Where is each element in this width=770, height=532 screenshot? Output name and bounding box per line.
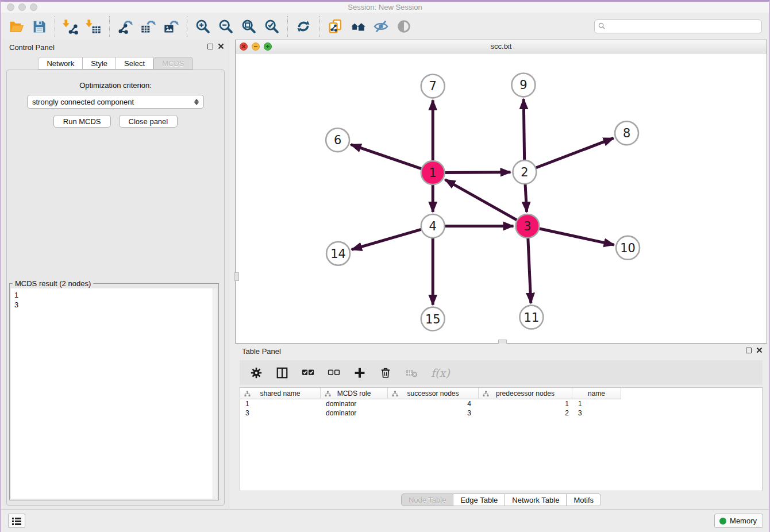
mcds-result-line: 3 xyxy=(14,300,214,310)
column-header-MCDS-role[interactable]: MCDS role xyxy=(321,388,388,399)
graph-node-15[interactable]: 15 xyxy=(421,307,445,331)
window-titlebar: Session: New Session xyxy=(1,2,769,13)
home-icon[interactable] xyxy=(346,15,369,38)
search-input[interactable] xyxy=(606,21,761,32)
table-tabs: Node TableEdge TableNetwork TableMotifs xyxy=(235,494,767,506)
control-panel: Control Panel NetworkStyleSelectMCDS Opt… xyxy=(2,40,229,509)
cell-successor_nodes: 4 xyxy=(388,399,479,408)
close-panel-button[interactable]: Close panel xyxy=(119,115,178,128)
toolbar-separator xyxy=(187,16,187,37)
table-body: 1dominator4113dominator323 xyxy=(240,399,762,418)
network-graph: 7 9 6 8 1 2 4 3 14 10 15 11 xyxy=(236,53,767,343)
graph-edge-4-14[interactable] xyxy=(352,229,422,249)
tab-node-table[interactable]: Node Table xyxy=(401,494,454,506)
zoom-in-icon[interactable] xyxy=(191,15,214,38)
deselect-all-icon[interactable] xyxy=(328,366,340,380)
svg-text:7: 7 xyxy=(429,79,437,93)
zoom-fit-icon[interactable] xyxy=(237,15,260,38)
mcds-panel: Optimization criterion: strongly connect… xyxy=(6,70,225,506)
graph-node-4[interactable]: 4 xyxy=(421,214,445,238)
tab-network-table[interactable]: Network Table xyxy=(505,494,567,506)
network-window-titlebar: scc.txt xyxy=(236,40,767,53)
table-panel-title: Table Panel xyxy=(242,347,281,356)
close-panel-icon[interactable] xyxy=(218,43,224,49)
graph-node-11[interactable]: 11 xyxy=(519,306,543,329)
tab-motifs[interactable]: Motifs xyxy=(567,494,601,506)
column-header-predecessor-nodes[interactable]: predecessor nodes xyxy=(479,388,572,399)
run-mcds-button[interactable]: Run MCDS xyxy=(53,115,111,128)
tab-select[interactable]: Select xyxy=(116,57,153,70)
import-network-icon[interactable] xyxy=(59,15,82,38)
graph-node-9[interactable]: 9 xyxy=(511,73,535,97)
zoom-selected-icon[interactable] xyxy=(260,15,283,38)
export-network-icon[interactable] xyxy=(114,15,137,38)
graph-node-7[interactable]: 7 xyxy=(421,74,445,98)
toolbar-separator xyxy=(287,16,288,37)
optimization-select-value: strongly connected component xyxy=(32,98,134,106)
tab-network[interactable]: Network xyxy=(38,57,83,70)
float-panel-icon[interactable] xyxy=(207,44,213,49)
svg-text:3: 3 xyxy=(523,219,531,233)
svg-text:6: 6 xyxy=(334,133,341,147)
delete-icon[interactable] xyxy=(379,366,392,380)
column-header-successor-nodes[interactable]: successor nodes xyxy=(388,388,479,399)
toolbar-separator xyxy=(109,16,110,37)
graph-node-14[interactable]: 14 xyxy=(326,242,350,265)
control-panel-title: Control Panel xyxy=(9,43,55,52)
control-panel-tabs: NetworkStyleSelectMCDS xyxy=(2,57,229,70)
tab-edge-table[interactable]: Edge Table xyxy=(453,494,505,506)
graph-edge-3-11[interactable] xyxy=(528,238,531,303)
network-canvas[interactable]: 7 9 6 8 1 2 4 3 14 10 15 11 xyxy=(236,53,767,343)
graph-edge-2-9[interactable] xyxy=(523,99,524,160)
cell-mcds_role: dominator xyxy=(321,408,388,418)
refresh-icon[interactable] xyxy=(292,15,315,38)
mcds-result-list[interactable]: 13 xyxy=(11,288,217,499)
column-header-name[interactable]: name xyxy=(572,388,621,399)
export-image-icon[interactable] xyxy=(160,15,183,38)
table-panel: Table Panel f(x) shared nameMCDS rolesuc… xyxy=(235,344,767,509)
open-file-icon[interactable] xyxy=(5,15,28,38)
columns-icon[interactable] xyxy=(276,366,288,380)
graph-node-3[interactable]: 3 xyxy=(515,214,539,238)
graph-edge-3-1[interactable] xyxy=(445,180,518,221)
tab-mcds[interactable]: MCDS xyxy=(153,57,192,70)
network-view-window: scc.txt 7 9 6 8 1 2 4 3 14 10 15 11 xyxy=(235,40,767,344)
memory-button[interactable]: Memory xyxy=(714,514,763,528)
float-table-panel-icon[interactable] xyxy=(746,348,752,353)
graph-edge-3-10[interactable] xyxy=(539,229,614,245)
table-row[interactable]: 3dominator323 xyxy=(240,408,762,418)
copy-network-icon[interactable] xyxy=(324,15,346,38)
import-table-icon[interactable] xyxy=(82,15,105,38)
hide-graphics-icon[interactable] xyxy=(369,15,392,38)
graph-edge-1-2[interactable] xyxy=(445,172,511,173)
svg-text:2: 2 xyxy=(521,165,528,179)
graph-node-8[interactable]: 8 xyxy=(615,121,638,145)
save-session-icon[interactable] xyxy=(28,15,51,38)
select-stepper-icon xyxy=(194,99,199,105)
graph-node-2[interactable]: 2 xyxy=(513,160,536,184)
toolbar-separator xyxy=(55,16,55,37)
show-graphics-icon[interactable] xyxy=(392,15,415,38)
graph-edge-1-6[interactable] xyxy=(351,145,422,169)
add-icon[interactable] xyxy=(353,366,366,380)
column-header-shared-name[interactable]: shared name xyxy=(240,388,321,399)
graph-node-1[interactable]: 1 xyxy=(421,161,445,184)
split-grip-left[interactable] xyxy=(234,272,239,281)
graph-node-10[interactable]: 10 xyxy=(616,236,640,260)
control-panel-header: Control Panel xyxy=(2,40,229,55)
result-scrollbar[interactable] xyxy=(213,288,217,499)
optimization-select[interactable]: strongly connected component xyxy=(27,95,204,109)
export-table-icon[interactable] xyxy=(137,15,160,38)
graph-edge-2-8[interactable] xyxy=(536,138,614,168)
select-all-icon[interactable] xyxy=(302,366,314,380)
zoom-out-icon[interactable] xyxy=(214,15,237,38)
graph-node-6[interactable]: 6 xyxy=(326,128,349,152)
settings-gear-icon[interactable] xyxy=(250,366,263,380)
close-table-panel-icon[interactable] xyxy=(756,347,763,353)
task-history-button[interactable] xyxy=(8,514,25,528)
svg-text:14: 14 xyxy=(330,247,346,261)
table-row[interactable]: 1dominator411 xyxy=(240,399,762,408)
tab-style[interactable]: Style xyxy=(83,57,116,70)
search-box[interactable] xyxy=(594,20,762,33)
graph-edge-2-3[interactable] xyxy=(525,184,527,212)
